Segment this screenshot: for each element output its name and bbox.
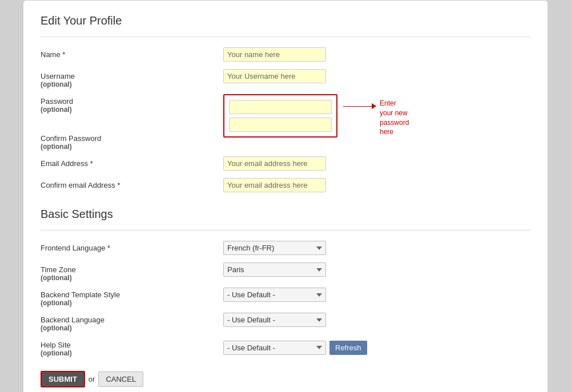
username-label: Username (optional) [41, 69, 223, 88]
password-group-row: Password (optional) Confirm Password (op… [41, 94, 530, 151]
backend-language-label: Backend Language (optional) [41, 313, 223, 332]
backend-language-optional-label: (optional) [41, 324, 223, 332]
confirm-password-label: Confirm Password [41, 134, 223, 143]
help-site-optional-label: (optional) [41, 349, 223, 357]
basic-settings-title: Basic Settings [41, 208, 530, 221]
timezone-select[interactable]: Paris London New York [223, 262, 326, 277]
basic-settings-section: Basic Settings Frontend Language * Frenc… [41, 208, 530, 357]
password-input[interactable] [229, 100, 332, 114]
frontend-language-select[interactable]: French (fr-FR) English (en-US) German (d… [223, 241, 326, 255]
password-optional-label: (optional) [41, 106, 223, 114]
name-row: Name * [41, 47, 530, 63]
email-input[interactable] [223, 156, 326, 171]
divider-2 [41, 230, 530, 231]
profile-card: Edit Your Profile Name * Username (optio… [23, 0, 548, 392]
username-input[interactable] [223, 69, 326, 83]
annotation-text: Enter your newpassword here [380, 99, 409, 137]
confirm-password-optional-label: (optional) [41, 143, 223, 151]
help-site-row: Help Site (optional) - Use Default - Opt… [41, 338, 530, 357]
or-text: or [89, 375, 95, 383]
backend-template-row: Backend Template Style (optional) - Use … [41, 288, 530, 307]
backend-template-label: Backend Template Style (optional) [41, 288, 223, 307]
username-optional-label: (optional) [41, 80, 223, 88]
help-site-label: Help Site (optional) [41, 338, 223, 357]
help-site-select[interactable]: - Use Default - Option 1 Option 2 [223, 341, 326, 355]
submit-button[interactable]: SUBMIT [41, 371, 85, 387]
annotation-arrowhead [372, 103, 376, 109]
backend-language-select[interactable]: - Use Default - English French [223, 313, 326, 327]
divider-1 [41, 37, 530, 37]
frontend-language-row: Frontend Language * French (fr-FR) Engli… [41, 241, 530, 257]
backend-language-row: Backend Language (optional) - Use Defaul… [41, 313, 530, 332]
email-row: Email Address * [41, 156, 530, 172]
password-box [223, 94, 337, 138]
submit-area: SUBMIT or CANCEL [41, 371, 530, 387]
name-input[interactable] [223, 47, 326, 62]
timezone-row: Time Zone (optional) Paris London New Yo… [41, 262, 530, 282]
confirm-email-row: Confirm email Address * [41, 178, 530, 194]
name-label: Name * [41, 47, 223, 59]
backend-template-select[interactable]: - Use Default - Style 1 Style 2 [223, 288, 326, 302]
backend-template-optional-label: (optional) [41, 299, 223, 307]
password-inputs-wrapper: Enter your newpassword here [223, 94, 337, 138]
timezone-label: Time Zone (optional) [41, 262, 223, 282]
page-title: Edit Your Profile [41, 14, 530, 27]
confirm-email-label: Confirm email Address * [41, 178, 223, 189]
password-label-group: Password (optional) Confirm Password (op… [41, 94, 223, 151]
password-label: Password [41, 97, 223, 106]
password-annotation: Enter your newpassword here [343, 100, 409, 137]
annotation-arrow [343, 103, 376, 109]
refresh-button[interactable]: Refresh [329, 341, 367, 355]
confirm-password-input[interactable] [229, 118, 332, 132]
username-row: Username (optional) [41, 69, 530, 88]
annotation-line [343, 106, 372, 107]
email-label: Email Address * [41, 156, 223, 168]
frontend-language-label: Frontend Language * [41, 241, 223, 252]
cancel-button[interactable]: CANCEL [98, 371, 143, 387]
timezone-optional-label: (optional) [41, 274, 223, 282]
confirm-email-input[interactable] [223, 178, 326, 192]
